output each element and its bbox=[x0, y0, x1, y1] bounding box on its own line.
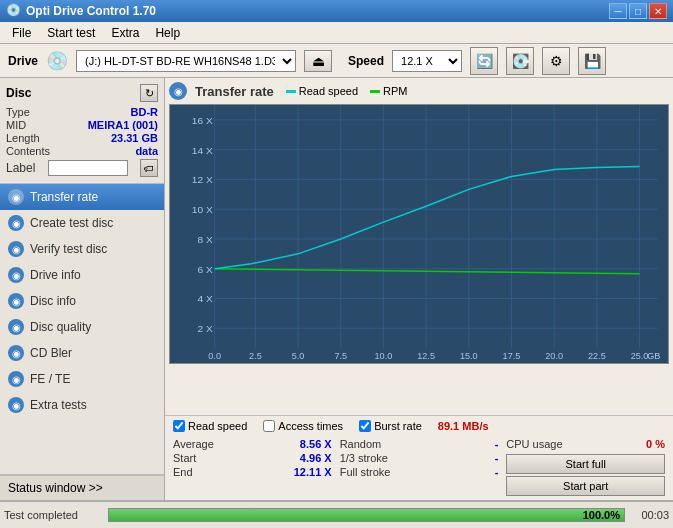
svg-text:10 X: 10 X bbox=[192, 204, 213, 215]
nav-extra-tests-label: Extra tests bbox=[30, 398, 87, 412]
disc-label-input[interactable] bbox=[48, 160, 128, 176]
disc-mid-label: MID bbox=[6, 119, 26, 131]
nav-cd-bler-label: CD Bler bbox=[30, 346, 72, 360]
random-label: Random bbox=[340, 438, 390, 450]
disc-mid-value: MEIRA1 (001) bbox=[88, 119, 158, 131]
menu-extra[interactable]: Extra bbox=[103, 24, 147, 42]
maximize-button[interactable]: □ bbox=[629, 3, 647, 19]
one-third-stat: 1/3 stroke - bbox=[340, 452, 499, 464]
extra-tests-icon: ◉ bbox=[8, 397, 24, 413]
burst-rate-checkbox[interactable] bbox=[359, 420, 371, 432]
nav-create-test-disc[interactable]: ◉ Create test disc bbox=[0, 210, 164, 236]
read-speed-checkbox-label[interactable]: Read speed bbox=[173, 420, 247, 432]
svg-text:4 X: 4 X bbox=[197, 294, 213, 305]
drive-label: Drive bbox=[8, 54, 38, 68]
cpu-label: CPU usage bbox=[506, 438, 562, 450]
burst-rate-value: 89.1 MB/s bbox=[438, 420, 489, 432]
read-speed-checkbox[interactable] bbox=[173, 420, 185, 432]
save-button[interactable]: 💾 bbox=[578, 47, 606, 75]
drive-icon: 💿 bbox=[46, 50, 68, 72]
test-completed-text: Test completed bbox=[4, 509, 104, 521]
create-test-disc-icon: ◉ bbox=[8, 215, 24, 231]
nav-verify-test-disc[interactable]: ◉ Verify test disc bbox=[0, 236, 164, 262]
disc-button[interactable]: 💽 bbox=[506, 47, 534, 75]
stats-area: Read speed Access times Burst rate 89.1 … bbox=[165, 415, 673, 500]
window-controls: ─ □ ✕ bbox=[609, 3, 667, 19]
main-content: Disc ↻ Type BD-R MID MEIRA1 (001) Length… bbox=[0, 78, 673, 500]
status-bar: Test completed 100.0% 00:03 bbox=[0, 500, 673, 528]
nav-transfer-rate[interactable]: ◉ Transfer rate bbox=[0, 184, 164, 210]
svg-text:14 X: 14 X bbox=[192, 145, 213, 156]
refresh-speed-button[interactable]: 🔄 bbox=[470, 47, 498, 75]
disc-label-btn[interactable]: 🏷 bbox=[140, 159, 158, 177]
disc-section: Disc ↻ Type BD-R MID MEIRA1 (001) Length… bbox=[0, 78, 164, 184]
burst-rate-checkbox-text: Burst rate bbox=[374, 420, 422, 432]
menu-bar: File Start test Extra Help bbox=[0, 22, 673, 44]
chart-legend: Read speed RPM bbox=[286, 85, 408, 97]
svg-text:5.0: 5.0 bbox=[292, 351, 305, 361]
burst-rate-checkbox-label[interactable]: Burst rate bbox=[359, 420, 422, 432]
progress-text: 100.0% bbox=[583, 509, 620, 521]
svg-text:0.0: 0.0 bbox=[208, 351, 221, 361]
app-title: Opti Drive Control 1.70 bbox=[26, 4, 156, 18]
eject-button[interactable]: ⏏ bbox=[304, 50, 332, 72]
svg-text:10.0: 10.0 bbox=[375, 351, 393, 361]
average-value: 8.56 X bbox=[282, 438, 332, 450]
speed-select[interactable]: 12.1 X bbox=[392, 50, 462, 72]
nav-disc-info[interactable]: ◉ Disc info bbox=[0, 288, 164, 314]
random-stat: Random - bbox=[340, 438, 499, 450]
svg-rect-0 bbox=[170, 105, 668, 363]
drive-info-icon: ◉ bbox=[8, 267, 24, 283]
access-times-checkbox-label[interactable]: Access times bbox=[263, 420, 343, 432]
nav-transfer-rate-label: Transfer rate bbox=[30, 190, 98, 204]
disc-length-label: Length bbox=[6, 132, 40, 144]
title-bar: 💿 Opti Drive Control 1.70 ─ □ ✕ bbox=[0, 0, 673, 22]
start-part-button[interactable]: Start part bbox=[506, 476, 665, 496]
nav-items: ◉ Transfer rate ◉ Create test disc ◉ Ver… bbox=[0, 184, 164, 474]
nav-extra-tests[interactable]: ◉ Extra tests bbox=[0, 392, 164, 418]
nav-disc-quality[interactable]: ◉ Disc quality bbox=[0, 314, 164, 340]
menu-start-test[interactable]: Start test bbox=[39, 24, 103, 42]
nav-disc-info-label: Disc info bbox=[30, 294, 76, 308]
access-times-checkbox-text: Access times bbox=[278, 420, 343, 432]
svg-text:8 X: 8 X bbox=[197, 234, 213, 245]
nav-drive-info[interactable]: ◉ Drive info bbox=[0, 262, 164, 288]
disc-refresh-button[interactable]: ↻ bbox=[140, 84, 158, 102]
chart-svg: 16 X 14 X 12 X 10 X 8 X 6 X 4 X 2 X 0.0 … bbox=[170, 105, 668, 363]
menu-file[interactable]: File bbox=[4, 24, 39, 42]
start-label: Start bbox=[173, 452, 223, 464]
one-third-value: - bbox=[448, 452, 498, 464]
nav-cd-bler[interactable]: ◉ CD Bler bbox=[0, 340, 164, 366]
svg-text:12 X: 12 X bbox=[192, 175, 213, 186]
nav-verify-test-disc-label: Verify test disc bbox=[30, 242, 107, 256]
average-label: Average bbox=[173, 438, 223, 450]
status-window-button[interactable]: Status window >> bbox=[0, 475, 164, 500]
access-times-checkbox[interactable] bbox=[263, 420, 275, 432]
stats-col-left: Average 8.56 X Start 4.96 X End 12.11 X bbox=[173, 436, 332, 496]
nav-fe-te-label: FE / TE bbox=[30, 372, 70, 386]
disc-label-label: Label bbox=[6, 161, 35, 175]
svg-text:16 X: 16 X bbox=[192, 115, 213, 126]
cd-bler-icon: ◉ bbox=[8, 345, 24, 361]
start-value: 4.96 X bbox=[282, 452, 332, 464]
disc-contents-value: data bbox=[135, 145, 158, 157]
cpu-value: 0 % bbox=[615, 438, 665, 450]
svg-text:2.5: 2.5 bbox=[249, 351, 262, 361]
status-window-label: Status window >> bbox=[8, 481, 103, 495]
menu-help[interactable]: Help bbox=[147, 24, 188, 42]
disc-length-value: 23.31 GB bbox=[111, 132, 158, 144]
disc-type-label: Type bbox=[6, 106, 30, 118]
disc-info-icon: ◉ bbox=[8, 293, 24, 309]
right-panel: ◉ Transfer rate Read speed RPM bbox=[165, 78, 673, 500]
svg-text:20.0: 20.0 bbox=[545, 351, 563, 361]
settings-button[interactable]: ⚙ bbox=[542, 47, 570, 75]
start-full-button[interactable]: Start full bbox=[506, 454, 665, 474]
nav-fe-te[interactable]: ◉ FE / TE bbox=[0, 366, 164, 392]
stats-rows: Average 8.56 X Start 4.96 X End 12.11 X bbox=[173, 436, 665, 496]
drive-select[interactable]: (J:) HL-DT-ST BD-RE WH16NS48 1.D3 bbox=[76, 50, 296, 72]
close-button[interactable]: ✕ bbox=[649, 3, 667, 19]
disc-contents-label: Contents bbox=[6, 145, 50, 157]
average-stat: Average 8.56 X bbox=[173, 438, 332, 450]
end-label: End bbox=[173, 466, 223, 478]
minimize-button[interactable]: ─ bbox=[609, 3, 627, 19]
